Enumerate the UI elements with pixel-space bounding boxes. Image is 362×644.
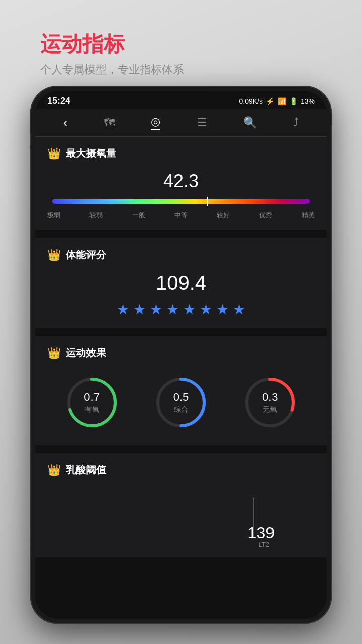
fitness-header: 👑 体能评分 <box>47 248 315 262</box>
label-good: 较好 <box>217 211 230 220</box>
label-weak: 较弱 <box>89 211 103 220</box>
nav-bar: ‹ 🗺 ◎ ☰ 🔍 ⤴ <box>35 109 327 137</box>
aerobic-label: 有氧 <box>84 405 100 414</box>
combined-item: 0.5 综合 <box>153 375 209 430</box>
phone-button-right1 <box>331 186 332 216</box>
vo2max-title: 最大摄氧量 <box>66 147 116 160</box>
circle-icon[interactable]: ◎ <box>151 115 160 130</box>
exercise-header: 👑 运动效果 <box>47 346 315 360</box>
fitness-value: 109.4 <box>47 272 315 294</box>
label-elite: 精英 <box>302 211 315 220</box>
back-button[interactable]: ‹ <box>63 116 67 130</box>
page-subtitle: 个人专属模型，专业指标体系 <box>40 62 184 77</box>
star-3: ★ <box>150 301 162 318</box>
lactic-content: 139 LT2 <box>47 487 315 547</box>
phone-screen: 15:24 0.09K/s ⚡ 📶 🔋 13% ‹ 🗺 ◎ ☰ 🔍 ⤴ 👑 <box>35 91 327 619</box>
bluetooth-icon: ⚡ <box>266 97 275 105</box>
effect-circles: 0.7 有氧 0.5 <box>47 370 315 435</box>
vo2max-section: 👑 最大摄氧量 42.3 极弱 较弱 一般 中等 较好 优秀 精英 <box>35 137 327 230</box>
anaerobic-item: 0.3 无氧 <box>242 375 298 430</box>
status-time: 15:24 <box>47 96 70 106</box>
lactic-section: 👑 乳酸阈值 139 LT2 <box>35 453 327 557</box>
crown-icon-4: 👑 <box>47 464 61 477</box>
battery-percent: 13% <box>301 97 315 105</box>
network-speed: 0.09K/s <box>239 97 262 105</box>
star-7: ★ <box>216 301 229 318</box>
anaerobic-value: 0.3 <box>262 391 278 404</box>
label-normal: 一般 <box>132 211 145 220</box>
star-6: ★ <box>200 301 212 318</box>
star-2: ★ <box>133 301 146 318</box>
page-title: 运动指标 <box>40 30 184 58</box>
star-1: ★ <box>117 301 129 318</box>
exercise-section: 👑 运动效果 0.7 有氧 <box>35 336 327 445</box>
vo2max-header: 👑 最大摄氧量 <box>47 147 315 160</box>
divider-1 <box>35 234 327 238</box>
map-icon[interactable]: 🗺 <box>104 116 115 129</box>
phone-button-right2 <box>331 226 332 267</box>
aerobic-circle: 0.7 有氧 <box>64 375 120 430</box>
anaerobic-label: 无氧 <box>262 405 278 414</box>
lactic-title: 乳酸阈值 <box>66 463 106 477</box>
crown-icon-2: 👑 <box>47 249 61 262</box>
vo2max-value: 42.3 <box>47 171 315 192</box>
stars-row: ★ ★ ★ ★ ★ ★ ★ ★ <box>47 301 315 318</box>
star-8: ★ <box>233 301 245 318</box>
anaerobic-text: 0.3 无氧 <box>262 391 278 414</box>
combined-value: 0.5 <box>173 391 189 404</box>
lactic-label: LT2 <box>259 541 269 548</box>
combined-label: 综合 <box>173 405 189 414</box>
list-icon[interactable]: ☰ <box>197 116 207 129</box>
star-4: ★ <box>166 301 179 318</box>
aerobic-value: 0.7 <box>84 391 100 404</box>
aerobic-item: 0.7 有氧 <box>64 375 120 430</box>
crown-icon-1: 👑 <box>47 147 61 160</box>
exercise-title: 运动效果 <box>66 346 106 360</box>
rainbow-bar-container <box>52 199 310 204</box>
anaerobic-circle: 0.3 无氧 <box>242 375 298 430</box>
rainbow-bar <box>52 199 310 204</box>
aerobic-text: 0.7 有氧 <box>84 391 100 414</box>
label-excellent: 优秀 <box>259 211 273 220</box>
battery-icon: 🔋 <box>289 97 298 105</box>
rainbow-labels: 极弱 较弱 一般 中等 较好 优秀 精英 <box>47 211 315 220</box>
wifi-icon: 📶 <box>278 97 286 105</box>
status-bar: 15:24 0.09K/s ⚡ 📶 🔋 13% <box>35 91 327 109</box>
star-5: ★ <box>183 301 196 318</box>
fitness-section: 👑 体能评分 109.4 ★ ★ ★ ★ ★ ★ ★ ★ <box>35 238 327 328</box>
label-medium: 中等 <box>174 211 188 220</box>
lactic-value: 139 <box>248 524 275 542</box>
status-right: 0.09K/s ⚡ 📶 🔋 13% <box>239 97 315 105</box>
search-icon[interactable]: 🔍 <box>243 116 257 129</box>
share-icon[interactable]: ⤴ <box>293 116 299 129</box>
page-header: 运动指标 个人专属模型，专业指标体系 <box>40 30 184 77</box>
combined-circle: 0.5 综合 <box>153 375 209 430</box>
crown-icon-3: 👑 <box>47 347 61 360</box>
divider-3 <box>35 449 327 453</box>
combined-text: 0.5 综合 <box>173 391 189 414</box>
phone-shell: 15:24 0.09K/s ⚡ 📶 🔋 13% ‹ 🗺 ◎ ☰ 🔍 ⤴ 👑 <box>30 86 332 624</box>
fitness-title: 体能评分 <box>66 248 106 262</box>
lactic-header: 👑 乳酸阈值 <box>47 463 315 477</box>
scroll-content[interactable]: 👑 最大摄氧量 42.3 极弱 较弱 一般 中等 较好 优秀 精英 <box>35 137 327 619</box>
rainbow-marker <box>207 197 208 206</box>
label-very-weak: 极弱 <box>47 211 60 220</box>
divider-2 <box>35 332 327 336</box>
